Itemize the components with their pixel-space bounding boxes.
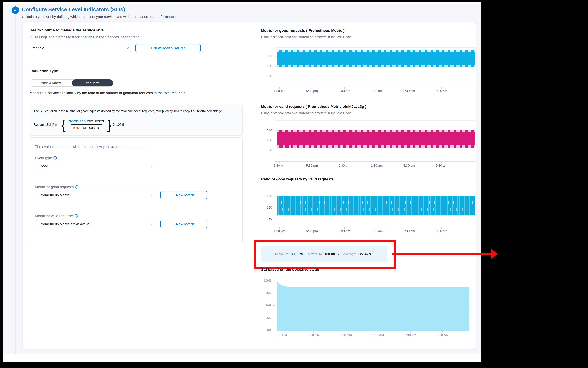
xtick: 5:30 AM	[399, 333, 421, 337]
chart-good-plot	[275, 47, 475, 87]
xtick: 5:30 pm	[301, 89, 323, 93]
evaluation-type-toggle[interactable]: TIME WINDOW REQUEST	[29, 80, 113, 87]
good-metric-label-row: Metric for good requests i	[35, 185, 78, 189]
valid-metric-label: Metric for valid requests	[35, 214, 73, 218]
page-title: Configure Service Level Indicators (SLIs…	[22, 7, 125, 13]
toggle-time-window[interactable]: TIME WINDOW	[30, 80, 73, 86]
chart-valid-plot	[275, 120, 475, 162]
chart-good-series-band	[277, 50, 475, 67]
ytick: 60	[257, 217, 272, 221]
health-source-selected-value: test-slo	[33, 46, 44, 50]
ytick: 50	[257, 148, 272, 152]
event-type-label-row: Event type i	[35, 156, 57, 160]
right-brace: }	[107, 119, 112, 130]
xtick: 1:30 PM	[270, 333, 292, 337]
chevron-down-icon	[150, 193, 153, 196]
xtick: 5:30 pm	[301, 164, 323, 167]
ytick: 50	[257, 74, 272, 78]
xtick: 9:30 pm	[333, 164, 355, 167]
equation-lhs: Request SLI (%) =	[34, 123, 60, 127]
ytick: 100%	[256, 279, 271, 282]
annotation-highlight-rect	[254, 240, 395, 269]
page-subtitle: Calculate your SLI by defining which asp…	[22, 15, 177, 19]
xtick: 9:30 AM	[431, 333, 454, 337]
toggle-request[interactable]: REQUEST	[72, 80, 113, 86]
chart-good-title: Metric for good requests ( Prometheus Me…	[261, 28, 345, 33]
sli-equation: Request SLI (%) = { GOOD/BAD REQUESTS TO…	[34, 119, 124, 130]
new-health-source-label: + New Health Source	[150, 46, 186, 50]
xtick: 1:30 pm	[268, 89, 290, 93]
chevron-down-icon	[126, 46, 129, 49]
info-icon[interactable]: i	[53, 156, 57, 160]
ytick: 180	[257, 194, 272, 198]
ytick: 150	[257, 54, 272, 58]
chart-ratio-plot	[275, 188, 475, 227]
screen: ✓ Configure Service Level Indicators (SL…	[0, 0, 588, 368]
xtick: 5:30 am	[398, 164, 420, 167]
ytick: 50%	[256, 304, 271, 307]
good-metric-select[interactable]: Prometheus Metric	[36, 191, 156, 199]
evaluation-type-heading: Evaluation Type	[29, 69, 58, 73]
info-icon[interactable]: i	[75, 185, 78, 189]
top-strip	[3, 2, 481, 4]
chart-sli-title: SLI based on the objective value	[261, 267, 319, 272]
new-metric-button-good[interactable]: + New Metric	[160, 191, 207, 199]
xtick: 1:30 am	[366, 89, 388, 93]
xtick: 1:30 am	[366, 164, 388, 167]
event-type-select[interactable]: Good	[36, 162, 156, 170]
ytick: 25%	[256, 316, 271, 320]
new-metric-label: + New Metric	[173, 193, 195, 197]
xtick: 5:30 am	[398, 229, 420, 233]
health-source-heading: Health Source to manage the service leve…	[29, 28, 105, 32]
xtick: 9:30 am	[430, 164, 453, 167]
xtick: 9:30 pm	[333, 89, 355, 93]
valid-metric-value: Prometheus Metric efnkl5ayc3g	[39, 222, 90, 226]
xtick: 1:30 pm	[268, 229, 290, 233]
good-metric-value: Prometheus Metric	[39, 193, 69, 197]
chart-sli-plot	[276, 281, 471, 331]
event-type-label: Event type	[35, 156, 52, 160]
ytick: 120	[257, 206, 272, 209]
xtick: 1:30 pm	[268, 164, 290, 167]
ytick: 100	[257, 138, 272, 142]
bottom-strip	[3, 354, 481, 362]
chart-ratio-series-band	[277, 196, 475, 215]
annotation-arrow-shaft	[392, 253, 491, 255]
xtick: 9:30 am	[430, 89, 453, 93]
chart-valid-subtitle: Using historical data and current parame…	[261, 111, 351, 115]
xtick: 1:30 AM	[367, 333, 389, 337]
chart-sli-initial-spike	[277, 281, 292, 287]
new-metric-button-valid[interactable]: + New Metric	[160, 220, 207, 228]
left-brace: {	[61, 119, 66, 130]
sli-equation-note: The SLI equation is the number of good r…	[34, 109, 238, 113]
valid-metric-label-row: Metric for valid requests i	[35, 214, 78, 218]
equation-fraction: GOOD/BAD REQUESTS TOTAL REQUESTS	[67, 120, 105, 130]
xtick: 5:30 pm	[301, 229, 323, 233]
equation-numerator-link: GOOD/BAD	[69, 120, 86, 123]
equation-denominator-rest: REQUESTS	[82, 126, 100, 129]
check-icon: ✓	[13, 8, 17, 13]
new-health-source-button[interactable]: + New Health Source	[135, 44, 201, 52]
info-icon[interactable]: i	[75, 214, 78, 218]
step-complete-icon: ✓	[12, 7, 19, 14]
ytick: 0%	[256, 329, 271, 332]
xtick: 5:30 am	[398, 89, 420, 93]
xtick: 5:30 PM	[303, 333, 325, 337]
chart-sli-series-area	[277, 287, 469, 331]
equation-numerator-rest: REQUESTS	[86, 120, 104, 123]
chart-valid-series-band	[277, 130, 475, 148]
xtick: 9:30 pm	[333, 229, 355, 233]
annotation-arrow-head	[491, 249, 498, 259]
health-source-select[interactable]: test-slo	[29, 44, 132, 52]
chart-valid-title: Metric for valid requests ( Prometheus M…	[261, 104, 366, 109]
chevron-down-icon	[150, 222, 153, 225]
stepper-line	[15, 5, 16, 354]
event-type-value: Good	[39, 164, 48, 168]
health-source-description: It uses logs and metrics to track change…	[29, 35, 140, 39]
valid-metric-select[interactable]: Prometheus Metric efnkl5ayc3g	[36, 220, 156, 228]
ytick: 75%	[256, 291, 271, 295]
new-metric-label: + New Metric	[173, 222, 195, 226]
request-description: Measure a service’s reliability by the r…	[29, 90, 233, 95]
equation-denominator-em: TOTAL	[72, 126, 82, 129]
equation-multiplier: X 100%	[113, 123, 124, 127]
